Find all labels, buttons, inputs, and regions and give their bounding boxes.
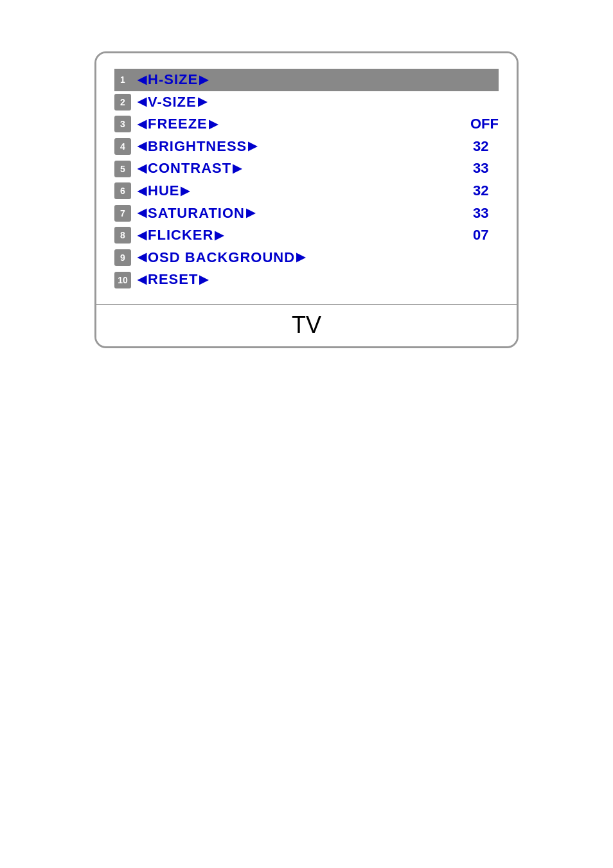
item-number-7: 7: [114, 205, 131, 222]
arrow-right-icon-3[interactable]: ▶: [248, 139, 257, 154]
item-value-7: 07: [473, 226, 499, 245]
arrow-right-icon-6[interactable]: ▶: [246, 206, 255, 220]
item-label-4: ◀CONTRAST▶: [138, 159, 461, 178]
arrow-left-icon-2[interactable]: ◀: [138, 117, 147, 132]
item-label-7: ◀FLICKER▶: [138, 226, 461, 245]
arrow-left-icon-3[interactable]: ◀: [138, 139, 147, 154]
item-number-1: 1: [114, 71, 131, 88]
arrow-left-icon-7[interactable]: ◀: [138, 228, 147, 243]
arrow-left-icon-6[interactable]: ◀: [138, 206, 147, 220]
item-label-text-3: BRIGHTNESS: [148, 137, 247, 156]
item-label-text-0: H-SIZE: [148, 71, 198, 89]
item-value-2: OFF: [470, 115, 499, 134]
menu-item-contrast[interactable]: 5◀CONTRAST▶33: [114, 157, 499, 180]
arrow-right-icon-2[interactable]: ▶: [209, 117, 218, 132]
arrow-left-icon-0[interactable]: ◀: [138, 73, 147, 87]
item-number-3: 3: [114, 116, 131, 132]
arrow-right-icon-0[interactable]: ▶: [199, 73, 208, 87]
item-label-1: ◀V-SIZE▶: [138, 93, 499, 112]
item-number-10: 10: [114, 272, 131, 288]
menu-item-freeze[interactable]: 3◀FREEZE▶OFF: [114, 113, 499, 136]
item-label-text-8: OSD BACKGROUND: [148, 249, 295, 267]
arrow-right-icon-5[interactable]: ▶: [181, 184, 190, 199]
item-value-3: 32: [473, 137, 499, 156]
item-number-2: 2: [114, 94, 131, 111]
item-label-2: ◀FREEZE▶: [138, 115, 459, 134]
arrow-right-icon-7[interactable]: ▶: [215, 228, 224, 243]
item-value-6: 33: [473, 204, 499, 223]
item-label-5: ◀HUE▶: [138, 182, 461, 200]
item-number-8: 8: [114, 227, 131, 244]
menu-item-v-size[interactable]: 2◀V-SIZE▶: [114, 91, 499, 114]
arrow-left-icon-4[interactable]: ◀: [138, 161, 147, 176]
menu-item-brightness[interactable]: 4◀BRIGHTNESS▶32: [114, 136, 499, 158]
arrow-left-icon-9[interactable]: ◀: [138, 272, 147, 287]
arrow-left-icon-1[interactable]: ◀: [138, 94, 147, 109]
item-number-9: 9: [114, 249, 131, 266]
arrow-right-icon-8[interactable]: ▶: [296, 250, 305, 265]
arrow-right-icon-1[interactable]: ▶: [198, 94, 207, 109]
menu-item-flicker[interactable]: 8◀FLICKER▶07: [114, 224, 499, 247]
arrow-left-icon-8[interactable]: ◀: [138, 250, 147, 265]
item-value-4: 33: [473, 159, 499, 178]
item-label-6: ◀SATURATION▶: [138, 204, 461, 223]
item-label-text-1: V-SIZE: [148, 93, 197, 112]
arrow-right-icon-9[interactable]: ▶: [199, 272, 208, 287]
arrow-left-icon-5[interactable]: ◀: [138, 184, 147, 199]
item-label-text-7: FLICKER: [148, 226, 213, 245]
menu-item-saturation[interactable]: 7◀SATURATION▶33: [114, 202, 499, 225]
menu-item-osd-background[interactable]: 9◀OSD BACKGROUND▶: [114, 247, 499, 269]
item-value-5: 32: [473, 182, 499, 200]
menu-area: 1◀H-SIZE▶2◀V-SIZE▶3◀FREEZE▶OFF4◀BRIGHTNE…: [96, 53, 517, 304]
item-label-text-9: RESET: [148, 270, 198, 289]
item-number-6: 6: [114, 182, 131, 199]
item-label-8: ◀OSD BACKGROUND▶: [138, 249, 499, 267]
item-label-text-6: SATURATION: [148, 204, 245, 223]
footer-text: TV: [292, 312, 321, 338]
menu-item-reset[interactable]: 10◀RESET▶: [114, 269, 499, 291]
item-label-text-4: CONTRAST: [148, 159, 231, 178]
item-number-4: 4: [114, 138, 131, 155]
item-number-5: 5: [114, 161, 131, 177]
item-label-text-5: HUE: [148, 182, 179, 200]
item-label-3: ◀BRIGHTNESS▶: [138, 137, 461, 156]
item-label-0: ◀H-SIZE▶: [138, 71, 499, 89]
arrow-right-icon-4[interactable]: ▶: [233, 161, 242, 176]
item-label-text-2: FREEZE: [148, 115, 208, 134]
footer-bar: TV: [96, 304, 517, 346]
menu-item-h-size[interactable]: 1◀H-SIZE▶: [114, 69, 499, 91]
item-label-9: ◀RESET▶: [138, 270, 499, 289]
tv-screen: 1◀H-SIZE▶2◀V-SIZE▶3◀FREEZE▶OFF4◀BRIGHTNE…: [94, 51, 519, 348]
menu-item-hue[interactable]: 6◀HUE▶32: [114, 180, 499, 202]
